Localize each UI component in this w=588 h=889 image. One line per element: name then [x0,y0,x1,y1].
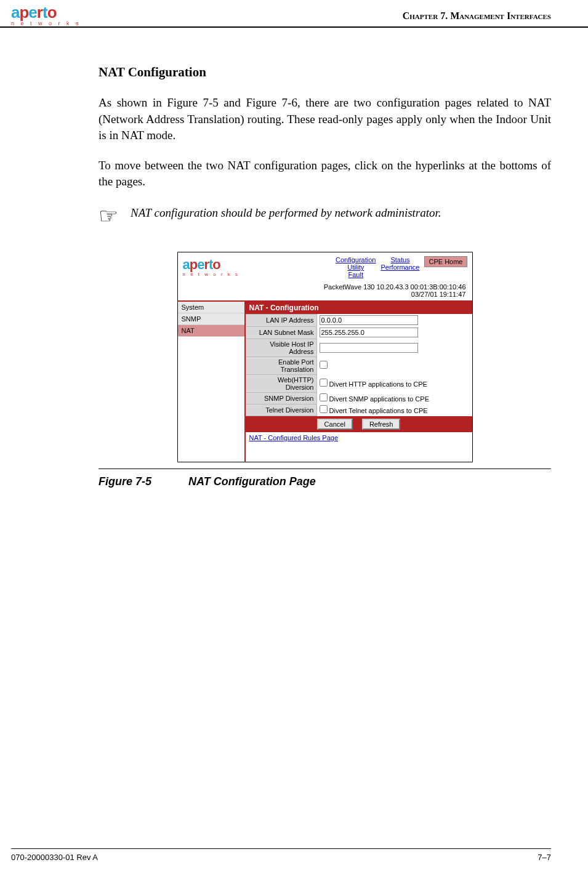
input-lan-ip[interactable] [320,315,418,325]
nav-links: Configuration Utility Fault Status Perfo… [336,256,467,278]
label-enable-port: Enable Port Translation [246,356,316,374]
content-area: NAT Configuration As shown in Figure 7-5… [0,28,588,488]
nav-link-fault[interactable]: Fault [336,271,376,278]
config-form: LAN IP Address LAN Subnet Mask Visible H… [246,314,472,416]
screenshot-logo: aperto n e t w o r k s [183,257,240,277]
label-snmp-diversion: SNMP Diversion [246,392,316,404]
checkbox-web-diversion[interactable] [320,379,328,387]
input-visible-host[interactable] [320,343,418,353]
screenshot-body: System SNMP NAT NAT - Configuration LAN … [178,302,472,462]
page-footer: 070-20000330-01 Rev A 7–7 [11,848,551,862]
doc-rev: 070-20000330-01 Rev A [11,853,98,862]
checkbox-enable-port[interactable] [320,361,328,369]
main-panel: NAT - Configuration LAN IP Address LAN S… [246,302,472,462]
label-lan-mask: LAN Subnet Mask [246,326,316,339]
figure-title: NAT Configuration Page [188,475,316,488]
label-telnet-diversion: Telnet Diversion [246,404,316,416]
cancel-button[interactable]: Cancel [317,419,353,430]
sidebar-item-nat[interactable]: NAT [178,325,244,337]
sidebar: System SNMP NAT [178,302,246,462]
label-lan-ip: LAN IP Address [246,314,316,326]
figure-screenshot: aperto n e t w o r k s Configuration Uti… [99,252,551,462]
nav-link-status[interactable]: Status [381,256,419,263]
figure-rule [99,469,551,469]
section-title: NAT Configuration [99,65,551,80]
cpe-home-button[interactable]: CPE Home [424,256,467,267]
text-telnet-diversion: Divert Telnet applications to CPE [329,407,428,414]
chapter-title: Chapter 7. Management Interfaces [403,3,551,22]
nav-link-configuration[interactable]: Configuration [336,256,376,263]
refresh-button[interactable]: Refresh [362,419,401,430]
figure-caption: Figure 7-5 NAT Configuration Page [99,475,551,488]
brand-logo-sub: n e t w o r k s [11,20,81,26]
paragraph-2: To move between the two NAT configuratio… [99,158,551,190]
device-info-line2: 03/27/01 19:11:47 [178,291,466,298]
panel-title: NAT - Configuration [246,302,472,314]
pointing-hand-icon: ☞ [99,204,118,227]
configured-rules-link[interactable]: NAT - Configured Rules Page [249,434,339,441]
note-row: ☞ NAT configuration should be performed … [99,204,551,227]
paragraph-1: As shown in Figure 7-5 and Figure 7-6, t… [99,95,551,144]
figure-number: Figure 7-5 [99,475,151,488]
page-number: 7–7 [538,853,551,862]
text-web-diversion: Divert HTTP applications to CPE [329,380,427,388]
nav-col-1: Configuration Utility Fault [336,256,376,278]
sidebar-item-system[interactable]: System [178,302,244,313]
button-row: Cancel Refresh [246,416,472,432]
page-header: aperto n e t w o r k s Chapter 7. Manage… [0,0,588,28]
sidebar-item-snmp[interactable]: SNMP [178,313,244,325]
screenshot-logo-sub: n e t w o r k s [183,272,240,277]
brand-logo: aperto n e t w o r k s [11,3,81,26]
nav-link-utility[interactable]: Utility [336,263,376,271]
nat-config-screenshot: aperto n e t w o r k s Configuration Uti… [177,252,473,462]
checkbox-snmp-diversion[interactable] [320,393,328,401]
input-lan-mask[interactable] [320,328,418,337]
checkbox-telnet-diversion[interactable] [320,405,328,413]
device-info: PacketWave 130 10.20.43.3 00:01:3B:00:10… [178,282,472,302]
label-visible-host: Visible Host IP Address [246,339,316,356]
device-info-line1: PacketWave 130 10.20.43.3 00:01:3B:00:10… [178,283,466,291]
screenshot-header: aperto n e t w o r k s Configuration Uti… [178,252,472,282]
text-snmp-diversion: Divert SNMP applications to CPE [329,395,429,403]
label-web-diversion: Web(HTTP) Diversion [246,374,316,392]
nav-col-2: Status Performance [381,256,419,271]
nav-link-performance[interactable]: Performance [381,263,419,271]
note-text: NAT configuration should be performed by… [131,204,441,220]
